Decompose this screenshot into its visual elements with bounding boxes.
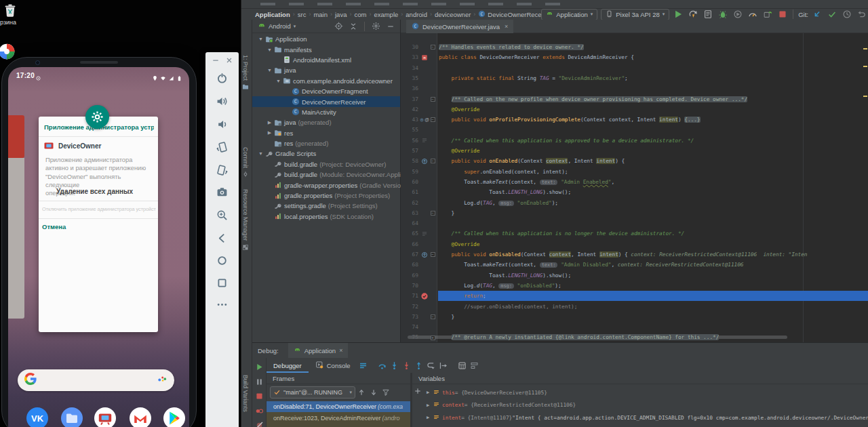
- variable-intent[interactable]: ▶intent = {Intent@11107} "Intent { act=a…: [412, 411, 868, 424]
- line-number[interactable]: 30: [401, 42, 418, 52]
- breadcrumb-item[interactable]: deviceowner: [435, 11, 471, 18]
- line-number[interactable]: 70: [401, 281, 418, 291]
- hide-panel-icon[interactable]: [385, 21, 396, 32]
- tree-item-build-gradle[interactable]: build.gradle (Project: DeviceOwner): [252, 159, 400, 169]
- breadcrumb-item[interactable]: Application: [255, 11, 290, 18]
- line-number[interactable]: 58: [401, 156, 418, 166]
- code-line-75[interactable]: /** @return A newly instantiated {@link …: [439, 332, 719, 342]
- tree-item-gradle-properties[interactable]: gradle.properties (Project Properties): [252, 190, 400, 201]
- tree-item-local-properties[interactable]: local.properties (SDK Location): [252, 211, 400, 222]
- stack-frame[interactable]: onDisabled:71, DeviceOwnerReceiver (com.…: [267, 401, 410, 412]
- git-history-button[interactable]: [842, 9, 852, 20]
- stop-button[interactable]: [777, 9, 788, 20]
- device-select[interactable]: Pixel 3a API 28 ▾: [601, 9, 669, 20]
- line-number[interactable]: 59: [401, 167, 418, 177]
- code-line-61[interactable]: Toast.LENGTH_LONG).show();: [439, 187, 571, 197]
- manifest-class-icon[interactable]: [420, 52, 429, 62]
- line-number[interactable]: 68: [401, 260, 418, 270]
- thread-select[interactable]: "main"@... RUNNING ▾: [270, 386, 355, 399]
- code-line-67[interactable]: public void onDisabled(Context context, …: [439, 249, 807, 260]
- breadcrumb-item[interactable]: example: [374, 11, 398, 18]
- tree-item-res[interactable]: res (generated): [252, 138, 400, 148]
- tree-item-application[interactable]: ▼Application: [252, 34, 400, 44]
- line-number[interactable]: 75: [401, 332, 418, 342]
- code-area[interactable]: 30−/** Handles events related to device …: [401, 33, 868, 342]
- line-number[interactable]: 71: [401, 291, 418, 301]
- tree-arrow[interactable]: ▼: [256, 151, 265, 156]
- line-number[interactable]: 43: [401, 115, 418, 125]
- cancel-button[interactable]: Отмена: [42, 223, 66, 230]
- run-to-cursor-button[interactable]: [437, 359, 450, 371]
- tab-console[interactable]: Console: [309, 358, 357, 373]
- line-number[interactable]: 34: [401, 63, 418, 73]
- code-line-60[interactable]: Toast.makeText(context, text: "Admin Ena…: [439, 177, 614, 187]
- gmail-app-icon[interactable]: [130, 407, 151, 427]
- debug-button[interactable]: [717, 9, 728, 20]
- line-number[interactable]: 66: [401, 239, 418, 249]
- tool-window-button-build-variants[interactable]: Build Variants: [242, 375, 249, 412]
- resume-button[interactable]: [254, 362, 264, 372]
- locate-file-icon[interactable]: [333, 21, 344, 32]
- desktop-app-icon[interactable]: [0, 43, 16, 60]
- editor-tab[interactable]: C DeviceOwnerReceiver.java ×: [406, 20, 513, 33]
- code-line-43[interactable]: public void onProfileProvisioningComplet…: [439, 115, 701, 125]
- volume-down-button[interactable]: [215, 117, 230, 131]
- line-number[interactable]: 73: [401, 312, 418, 322]
- attach-debugger-button[interactable]: [732, 9, 743, 20]
- fold-marker[interactable]: −: [430, 249, 435, 260]
- code-line-56[interactable]: /** Called when this application is appr…: [439, 136, 694, 146]
- line-number[interactable]: 67: [401, 249, 418, 260]
- code-line-66[interactable]: @Override: [439, 239, 479, 249]
- overview-button[interactable]: [215, 275, 230, 290]
- git-rollback-button[interactable]: [856, 9, 867, 20]
- close-icon[interactable]: ×: [339, 347, 342, 354]
- code-line-72[interactable]: //super.onDisabled(context, intent);: [439, 302, 577, 312]
- show-execution-point-button[interactable]: [357, 359, 370, 371]
- tree-item-androidmanifest-xml[interactable]: AndroidManifest.xml: [252, 55, 400, 65]
- minimize-button[interactable]: [212, 55, 220, 67]
- files-app-icon[interactable]: [61, 407, 83, 427]
- vk-app-icon[interactable]: VK: [26, 407, 48, 427]
- code-line-42[interactable]: @Override: [439, 104, 479, 115]
- tree-arrow[interactable]: ▼: [256, 37, 265, 41]
- screenshot-button[interactable]: [215, 184, 230, 199]
- line-number[interactable]: 55: [401, 125, 418, 135]
- stop-red-button[interactable]: [254, 391, 264, 401]
- profile-button[interactable]: [747, 9, 758, 20]
- tab-debugger[interactable]: Debugger: [267, 358, 309, 373]
- line-number[interactable]: 69: [401, 270, 418, 281]
- line-number[interactable]: 33: [401, 52, 418, 62]
- code-line-71[interactable]: return;: [439, 291, 486, 301]
- more-button[interactable]: [215, 297, 230, 312]
- code-line-70[interactable]: Log.d(TAG, msg: "onDisabled");: [439, 281, 561, 291]
- fold-marker[interactable]: −: [430, 312, 435, 322]
- line-number[interactable]: 42: [401, 104, 418, 115]
- fold-marker[interactable]: −: [430, 208, 435, 218]
- deviceowner-app-icon[interactable]: [94, 407, 116, 427]
- breadcrumb-item[interactable]: main: [313, 11, 328, 18]
- force-step-into-button[interactable]: [401, 359, 413, 371]
- line-number[interactable]: 61: [401, 187, 418, 197]
- fold-marker[interactable]: −: [430, 115, 435, 125]
- profile-apk-button[interactable]: [762, 9, 773, 20]
- close-button[interactable]: [225, 55, 233, 67]
- recents-card-partial[interactable]: [8, 115, 24, 319]
- line-number[interactable]: 62: [401, 198, 418, 208]
- stack-frame[interactable]: onReceive:1023, DeviceAdminReceiver (and…: [267, 412, 410, 423]
- line-number[interactable]: 65: [401, 228, 418, 239]
- power-button[interactable]: [215, 70, 230, 85]
- run-button[interactable]: [673, 9, 684, 20]
- tree-item-gradle-scripts[interactable]: ▼Gradle Scripts: [252, 148, 400, 159]
- debug-session-tab[interactable]: Application ×: [288, 343, 349, 358]
- tree-item-com-example-android-deviceowner[interactable]: ▼com.example.android.deviceowner: [252, 76, 400, 86]
- breadcrumb-item[interactable]: com: [354, 11, 366, 18]
- home-button[interactable]: [215, 253, 230, 268]
- tree-item-mainactivity[interactable]: CMainActivity: [252, 107, 400, 117]
- line-number[interactable]: 60: [401, 177, 418, 187]
- tree-item-settings-gradle[interactable]: settings.gradle (Project Settings): [252, 201, 400, 211]
- step-over-button[interactable]: [376, 359, 389, 371]
- code-line-63[interactable]: }: [439, 208, 454, 218]
- code-line-33[interactable]: public class DeviceOwnerReceiver extends…: [439, 52, 634, 62]
- frame-down-icon[interactable]: [368, 386, 380, 399]
- tree-arrow[interactable]: ▼: [265, 47, 274, 52]
